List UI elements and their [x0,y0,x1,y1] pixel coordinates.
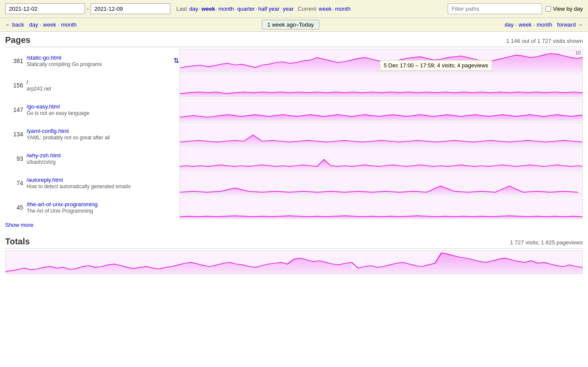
totals-section: Totals 1 727 visits; 1 825 pageviews 36 [5,237,583,274]
totals-header: Totals 1 727 visits; 1 825 pageviews [5,237,583,249]
page-info: /static-go.html Statically compiling Go … [27,54,173,67]
page-sparkline-chart [179,98,583,121]
back-week-link[interactable]: week [43,21,56,28]
page-description: Go is not an easy language [27,110,169,116]
page-visit-count: 147 [5,106,27,113]
show-more-link[interactable]: Show more [5,222,33,228]
page-visit-count: 134 [5,131,27,138]
top-bar: - Last day · week · month · quarter · ha… [0,0,588,18]
last-quarter-link[interactable]: quarter [237,6,255,12]
page-url-link[interactable]: /yaml-config.html [27,128,169,134]
current-month-link[interactable]: month [335,6,351,12]
last-period-links: Last day · week · month · quarter · half… [176,6,351,12]
page-description: s/bash/zsh/g [27,159,169,165]
view-by-day-label: View by day [553,6,583,12]
current-week-link[interactable]: week [319,6,332,12]
page-info: /yaml-config.html YAML: probably not so … [27,128,173,141]
date-range: - [5,3,170,14]
page-sparkline-chart [179,122,583,146]
page-sparkline-chart [179,73,583,97]
page-sparkline-chart: 10 [179,49,583,72]
page-url-link[interactable]: /static-go.html [27,54,169,61]
filter-paths-input[interactable] [448,3,542,14]
totals-chart [5,250,583,274]
table-row: 74 /autoreply.html How to detect automat… [5,171,583,195]
view-by-day-checkbox[interactable] [546,6,551,12]
page-sparkline-chart [179,171,583,195]
nav-bar: ← back day · week · month 1 week ago–Tod… [0,18,588,32]
filter-section: View by day [448,3,583,14]
pages-info: 1 146 out of 1 727 visits shown [506,38,583,44]
page-sparkline-chart [179,196,583,219]
view-by-day-option: View by day [546,6,583,12]
last-month-link[interactable]: month [218,6,234,12]
forward-arrow-link[interactable]: forward → [557,21,583,28]
sort-icon[interactable]: ⇅ [173,57,179,65]
last-year-link[interactable]: year [283,6,294,12]
page-url-link[interactable]: /why-zsh.html [27,152,169,159]
pages-title: Pages [5,35,30,45]
page-url-link[interactable]: /the-art-of-unix-programming [27,201,169,208]
table-row: 156 / arp242.net [5,73,583,97]
table-row: 93 /why-zsh.html s/bash/zsh/g [5,147,583,170]
page-description: How to detect automatically generated em… [27,184,169,190]
back-day-link[interactable]: day [29,21,38,28]
last-label: Last [176,6,187,12]
table-row: 134 /yaml-config.html YAML: probably not… [5,122,583,146]
page-visit-count: 93 [5,155,27,162]
table-row: 381 /static-go.html Statically compiling… [5,49,583,72]
forward-day-link[interactable]: day [505,21,514,28]
back-month-link[interactable]: month [61,21,76,28]
back-arrow-link[interactable]: ← back [5,21,24,28]
last-halfyear-link[interactable]: half year [258,6,280,12]
page-visit-count: 74 [5,180,27,187]
main-content: Pages 1 146 out of 1 727 visits shown 38… [0,32,588,277]
page-sparkline-chart [179,147,583,170]
page-info: /the-art-of-unix-programming The Art of … [27,201,173,214]
nav-back: ← back day · week · month [5,21,76,28]
page-rows-container: 381 /static-go.html Statically compiling… [5,49,583,219]
totals-title: Totals [5,237,30,247]
nav-forward: day · week · month forward → [505,21,583,28]
forward-month-link[interactable]: month [536,21,552,28]
table-row: 147 /go-easy.html Go is not an easy lang… [5,98,583,121]
page-visit-count: 45 [5,204,27,211]
page-visit-count: 381 [5,57,27,64]
totals-info: 1 727 visits; 1 825 pageviews [510,239,583,246]
table-row: 45 /the-art-of-unix-programming The Art … [5,196,583,219]
date-end-input[interactable] [91,3,170,14]
date-start-input[interactable] [5,3,85,14]
page-info: /go-easy.html Go is not an easy language [27,103,173,116]
current-label: Current [298,6,316,12]
page-description: The Art of Unix Programming [27,208,169,214]
page-info: / arp242.net [27,79,173,92]
date-separator: - [87,6,89,12]
page-info: /why-zsh.html s/bash/zsh/g [27,152,173,165]
nav-center-label: 1 week ago–Today [262,20,319,30]
forward-week-link[interactable]: week [518,21,531,28]
last-day-link[interactable]: day [189,6,198,12]
page-info: /autoreply.html How to detect automatica… [27,177,173,190]
chart-scale-label: 10 [576,50,581,55]
page-url-link[interactable]: / [27,79,169,85]
page-description: arp242.net [27,86,169,92]
page-visit-count: 156 [5,82,27,89]
page-url-link[interactable]: /autoreply.html [27,177,169,183]
pages-section-header: Pages 1 146 out of 1 727 visits shown [5,35,583,47]
last-week-link[interactable]: week [201,6,215,12]
page-description: Statically compiling Go programs [27,61,169,67]
page-url-link[interactable]: /go-easy.html [27,103,169,110]
page-description: YAML: probably not so great after all [27,135,169,141]
